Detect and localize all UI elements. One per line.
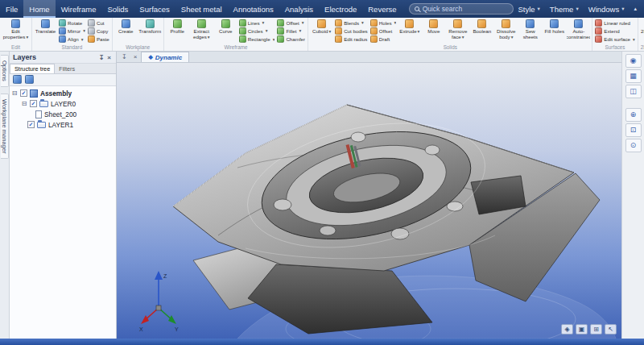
layer0-checkbox[interactable]: ✓ bbox=[30, 100, 37, 107]
profile-button[interactable]: Profile bbox=[166, 19, 189, 44]
cut-button[interactable]: Cut bbox=[88, 19, 109, 27]
rectangle-button[interactable]: Rectangle▾ bbox=[239, 35, 275, 44]
tree-row-assembly[interactable]: ⊟ ✓ Assembly bbox=[10, 88, 116, 98]
shaded-view-button[interactable]: ▣ bbox=[576, 324, 588, 335]
fill-holes-button[interactable]: Fill holes bbox=[543, 19, 566, 44]
collapse-ribbon-icon[interactable]: ▴ bbox=[630, 6, 641, 12]
tab-filters[interactable]: Filters bbox=[55, 64, 79, 73]
refresh-view-button[interactable]: ◉ bbox=[625, 54, 642, 68]
menu-tab-file[interactable]: File bbox=[0, 0, 23, 18]
search-input[interactable] bbox=[423, 5, 509, 13]
menu-tab-sheet-metal[interactable]: Sheet metal bbox=[175, 0, 228, 18]
add-view-button[interactable]: ⊕ bbox=[625, 108, 642, 122]
sew-sheets-button[interactable]: Sew sheets bbox=[518, 19, 542, 44]
move-button[interactable]: Move bbox=[422, 19, 445, 44]
offset-solid-button[interactable]: Offset bbox=[370, 27, 397, 35]
fillet-button[interactable]: Fillet▾ bbox=[277, 27, 305, 35]
boolean-button[interactable]: Boolean bbox=[470, 19, 493, 44]
linear-ruled-button[interactable]: Linear ruled bbox=[595, 19, 634, 27]
cut-icon bbox=[88, 19, 95, 27]
close-document-icon[interactable]: × bbox=[131, 52, 140, 62]
zoom-full-button[interactable]: ▦ bbox=[625, 69, 642, 83]
ribbon-group-wireframe: Profile Extract edges▾ Curve Lines▾ Circ… bbox=[164, 18, 308, 51]
layers-stack-icon[interactable] bbox=[13, 75, 22, 84]
auto-constrained-button[interactable]: Auto-constrained bbox=[567, 19, 590, 44]
chamfer-button[interactable]: Chamfer bbox=[277, 35, 305, 44]
menu-tab-home[interactable]: Home bbox=[23, 0, 55, 18]
menu-tab-annotations[interactable]: Annotations bbox=[228, 0, 279, 18]
extrude-button[interactable]: Extrude▾ bbox=[398, 19, 421, 44]
extract-edges-button[interactable]: Extract edges▾ bbox=[190, 19, 213, 44]
2d-drawing-manager-button[interactable]: 2D Drawing manager bbox=[640, 19, 644, 44]
inspect-view-button[interactable]: ⊙ bbox=[625, 139, 642, 152]
viewport-3d[interactable]: X Y Z ◈ ▣ ⊞ ↖ bbox=[117, 63, 621, 339]
titlebar: File Home Wireframe Solids Surfaces Shee… bbox=[0, 0, 644, 18]
layers-panel-title: Layers bbox=[13, 53, 36, 61]
menu-tab-analysis[interactable]: Analysis bbox=[279, 0, 319, 18]
chevron-down-icon: ▾ bbox=[538, 6, 540, 12]
edit-surface-button[interactable]: Edit surface▾ bbox=[595, 35, 634, 44]
tree-row-layer0[interactable]: ⊟ ✓ LAYER0 bbox=[10, 98, 116, 109]
tab-structure-tree[interactable]: Structure tree bbox=[10, 64, 55, 73]
circles-button[interactable]: Circles▾ bbox=[239, 27, 275, 35]
layer1-checkbox[interactable]: ✓ bbox=[27, 121, 35, 128]
save-layers-icon[interactable] bbox=[25, 75, 34, 84]
expander-icon[interactable]: ⊟ bbox=[11, 90, 18, 97]
align-button[interactable]: Align▾ bbox=[59, 35, 85, 44]
curve-button[interactable]: Curve bbox=[214, 19, 237, 44]
sew-sheets-icon bbox=[526, 19, 535, 28]
style-menu[interactable]: Style▾ bbox=[514, 0, 543, 18]
expander-icon[interactable]: ⊟ bbox=[21, 101, 27, 107]
fill-holes-icon bbox=[550, 19, 559, 28]
cut-bodies-button[interactable]: Cut bodies bbox=[335, 27, 368, 35]
powershape-window: File Home Wireframe Solids Surfaces Shee… bbox=[0, 0, 644, 345]
cuboid-button[interactable]: Cuboid▾ bbox=[310, 19, 333, 44]
transform-workplane-button[interactable]: Transform bbox=[138, 19, 162, 44]
paste-button[interactable]: Paste bbox=[88, 35, 109, 44]
group-label-edit: Edit bbox=[2, 44, 30, 51]
create-workplane-button[interactable]: Create bbox=[114, 19, 138, 44]
layer-folder-icon bbox=[37, 122, 46, 128]
assembly-icon bbox=[30, 89, 38, 98]
status-bar bbox=[0, 339, 644, 345]
menu-tab-electrode[interactable]: Electrode bbox=[319, 0, 362, 18]
dissolve-body-button[interactable]: Dissolve body▾ bbox=[494, 19, 518, 44]
dock-grid-icon[interactable]: ↧ bbox=[119, 52, 130, 62]
extend-button[interactable]: Extend bbox=[595, 27, 634, 35]
lines-button[interactable]: Lines▾ bbox=[239, 19, 275, 27]
mirror-button[interactable]: Mirror▾ bbox=[59, 27, 85, 35]
translate-button[interactable]: Translate bbox=[34, 19, 57, 44]
tree-row-layer1[interactable]: ✓ LAYER1 bbox=[10, 119, 116, 130]
document-area: ↧ × ◆ Dynamic bbox=[117, 52, 621, 339]
pin-panel-icon[interactable]: ↧ bbox=[97, 54, 106, 61]
theme-menu[interactable]: Theme▾ bbox=[546, 0, 583, 18]
split-view-button[interactable]: ◫ bbox=[625, 85, 642, 98]
copy-button[interactable]: Copy bbox=[88, 27, 109, 35]
menu-tab-reverse[interactable]: Reverse bbox=[362, 0, 402, 18]
view-orientation-button[interactable]: ◈ bbox=[561, 324, 573, 335]
select-cursor-button[interactable]: ↖ bbox=[605, 324, 617, 335]
windows-menu[interactable]: Windows▾ bbox=[584, 0, 629, 18]
quick-search[interactable] bbox=[409, 3, 514, 15]
frame-view-button[interactable]: ⊡ bbox=[625, 123, 642, 137]
remove-face-button[interactable]: Remove face▾ bbox=[446, 19, 469, 44]
group-label-standard: Standard bbox=[34, 44, 110, 51]
ribbon: Edit properties▾ Edit Translate Rotate M… bbox=[0, 18, 644, 52]
tree-row-sheet-200[interactable]: Sheet_200 bbox=[10, 109, 116, 119]
blends-button[interactable]: Blends▾ bbox=[335, 19, 368, 27]
holes-button[interactable]: Holes▾ bbox=[370, 19, 397, 27]
menu-tab-surfaces[interactable]: Surfaces bbox=[134, 0, 175, 18]
offset-wireframe-button[interactable]: Offset▾ bbox=[277, 19, 305, 27]
workplane-manager-vertical-tab[interactable]: Workplane manager bbox=[1, 94, 9, 159]
multi-window-view-button[interactable]: ⊞ bbox=[590, 324, 602, 335]
options-vertical-tab[interactable]: Options bbox=[1, 55, 9, 87]
tab-dynamic[interactable]: ◆ Dynamic bbox=[141, 52, 189, 62]
menu-tab-wireframe[interactable]: Wireframe bbox=[56, 0, 102, 18]
edit-properties-button[interactable]: Edit properties▾ bbox=[2, 19, 30, 44]
draft-button[interactable]: Draft bbox=[370, 35, 397, 44]
close-panel-icon[interactable]: × bbox=[105, 54, 113, 61]
edit-radius-button[interactable]: Edit radius bbox=[335, 35, 368, 44]
menu-tab-solids[interactable]: Solids bbox=[101, 0, 134, 18]
assembly-checkbox[interactable]: ✓ bbox=[20, 89, 27, 97]
rotate-button[interactable]: Rotate bbox=[59, 19, 85, 27]
